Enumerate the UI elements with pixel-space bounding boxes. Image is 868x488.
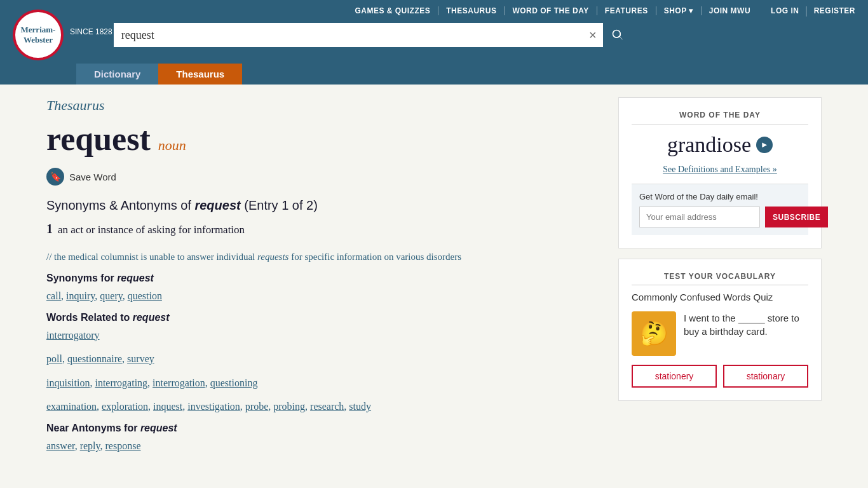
- logo-since: SINCE 1828: [70, 27, 112, 36]
- header-top: Merriam-Webster SINCE 1828 GAMES & QUIZZ…: [0, 0, 868, 64]
- nav-item-shop[interactable]: SHOP ▾: [656, 6, 702, 15]
- nav-item-wotd[interactable]: WORD OF THE DAY: [505, 6, 597, 15]
- synonyms-list: call, inquiry, query, question: [46, 288, 599, 304]
- email-label: Get Word of the Day daily email!: [639, 192, 801, 201]
- vocab-quiz-title: Commonly Confused Words Quiz: [632, 292, 808, 302]
- page-label: Thesaurus: [46, 97, 599, 114]
- search-button[interactable]: [603, 22, 632, 48]
- near-antonyms-heading: Near Antonyms for request: [46, 423, 599, 434]
- near-antonyms-list: answer, reply, response: [46, 438, 599, 454]
- logo-text: Merriam-Webster: [21, 25, 56, 44]
- entry-word: request: [46, 120, 151, 158]
- example-sentence: // the medical columnist is unable to an…: [46, 250, 599, 264]
- vocab-label: TEST YOUR VOCABULARY: [632, 272, 808, 281]
- word-header: request noun: [46, 120, 599, 158]
- email-input[interactable]: [639, 207, 760, 227]
- related-heading: Words Related to request: [46, 312, 599, 323]
- auth-links: LOG IN | REGISTER: [771, 5, 855, 17]
- quiz-answers: stationery stationary: [632, 365, 808, 388]
- bookmark-icon[interactable]: 🔖: [46, 168, 64, 186]
- related-group1: interrogatory: [46, 327, 599, 344]
- save-word-row: 🔖 Save Word: [46, 168, 599, 186]
- search-input[interactable]: [114, 29, 583, 42]
- nav-item-join[interactable]: JOIN MWU: [702, 6, 758, 15]
- main-content: Thesaurus request noun 🔖 Save Word Synon…: [27, 85, 841, 475]
- search-icon: [611, 29, 624, 41]
- email-row: SUBSCRIBE: [639, 207, 801, 227]
- tab-thesaurus[interactable]: Thesaurus: [158, 64, 242, 85]
- sense-number: 1: [46, 222, 53, 236]
- related-group3: inquisition, interrogating, interrogatio…: [46, 375, 599, 391]
- entry-pos: noun: [158, 137, 186, 154]
- syn-antonym-heading: Synonyms & Antonyms of request (Entry 1 …: [46, 198, 599, 213]
- wotd-box: WORD OF THE DAY grandiose ► See Definiti…: [618, 97, 822, 248]
- search-clear-button[interactable]: ×: [583, 28, 603, 43]
- vocab-box: TEST YOUR VOCABULARY Commonly Confused W…: [618, 259, 822, 401]
- tab-dictionary[interactable]: Dictionary: [76, 64, 158, 85]
- answer-stationary[interactable]: stationary: [723, 365, 808, 388]
- sidebar: WORD OF THE DAY grandiose ► See Definiti…: [618, 97, 822, 462]
- quiz-emoji: 🤔: [632, 311, 676, 356]
- login-link[interactable]: LOG IN: [771, 6, 799, 15]
- nav-item-features[interactable]: FEATURES: [597, 6, 656, 15]
- nav-item-games[interactable]: GAMES & QUIZZES: [347, 6, 438, 15]
- tab-row: Dictionary Thesaurus: [0, 64, 868, 85]
- sense-row: 1 an act or instance of asking for infor…: [46, 222, 599, 245]
- quiz-image-area: 🤔 I went to the _____ store to buy a bir…: [632, 311, 808, 356]
- related-group4: examination, exploration, inquest, inves…: [46, 398, 599, 415]
- email-section: Get Word of the Day daily email! SUBSCRI…: [632, 184, 808, 235]
- definition: an act or instance of asking for informa…: [58, 222, 245, 238]
- content-column: Thesaurus request noun 🔖 Save Word Synon…: [46, 97, 599, 462]
- wotd-word: grandiose ►: [632, 133, 808, 157]
- wotd-label: WORD OF THE DAY: [632, 111, 808, 119]
- logo-area: Merriam-Webster SINCE 1828: [13, 0, 112, 64]
- synonyms-heading: Synonyms for request: [46, 273, 599, 284]
- register-link[interactable]: REGISTER: [814, 6, 855, 15]
- wotd-link[interactable]: See Definitions and Examples »: [632, 165, 808, 175]
- search-form: ×: [112, 22, 634, 48]
- audio-icon[interactable]: ►: [756, 137, 773, 153]
- save-word-button[interactable]: Save Word: [69, 172, 116, 182]
- header: Merriam-Webster SINCE 1828 GAMES & QUIZZ…: [0, 0, 868, 85]
- answer-stationery[interactable]: stationery: [632, 365, 717, 388]
- nav-links: GAMES & QUIZZES THESAURUS WORD OF THE DA…: [347, 6, 758, 15]
- logo[interactable]: Merriam-Webster: [13, 10, 64, 60]
- related-group2: poll, questionnaire, survey: [46, 351, 599, 367]
- quiz-question: I went to the _____ store to buy a birth…: [684, 311, 808, 338]
- subscribe-button[interactable]: SUBSCRIBE: [765, 207, 828, 227]
- nav-item-thesaurus[interactable]: THESAURUS: [438, 6, 505, 15]
